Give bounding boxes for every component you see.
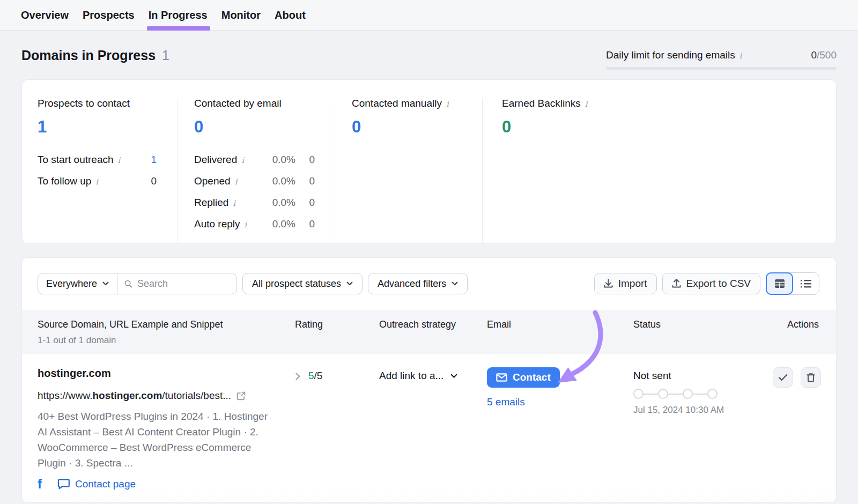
status-text: Not sent [633,367,773,382]
stat-title: Contacted by email [194,98,282,109]
stat-value: 0 [352,117,482,137]
status-cell: Not sent Jul 15, 2024 10:30 AM [633,367,773,491]
facebook-icon[interactable]: f [38,478,42,491]
tab-in-progress[interactable]: In Progress [148,0,208,31]
stat-row-label: Auto reply [194,218,240,230]
tab-monitor[interactable]: Monitor [221,0,261,31]
url-domain: hostinger.com [92,390,162,401]
step-connector [693,394,707,395]
expand-chevron-icon[interactable] [295,372,301,381]
tab-about[interactable]: About [274,0,306,31]
step-dot [633,389,644,399]
external-link-icon[interactable] [236,391,246,401]
url-prefix: https://www. [38,390,92,401]
stat-count: 0 [295,154,315,166]
stat-prospects-to-contact: Prospects to contact 1 To start outreach… [22,98,177,243]
col-header-status: Status [633,319,773,330]
email-cell: Contact 5 emails [487,367,633,491]
tab-overview[interactable]: Overview [20,0,69,31]
chevron-down-icon [450,374,457,379]
page-title: Domains in Progress [21,48,156,63]
daily-limit-progressbar [606,67,837,70]
info-icon[interactable]: i [585,100,588,108]
chevron-down-icon [102,281,109,286]
active-tab-underline [147,26,210,31]
info-icon[interactable]: i [233,199,235,207]
contact-button[interactable]: Contact [487,367,560,388]
import-button[interactable]: Import [594,273,657,294]
stat-pct: 0.0% [263,175,295,187]
export-icon [672,279,681,288]
export-to-csv-button[interactable]: Export to CSV [662,273,760,294]
stat-value: 1 [38,117,177,137]
stat-count: 0 [295,197,315,209]
daily-limit-widget: Daily limit for sending emails i 0/500 [606,48,837,70]
mark-done-button[interactable] [773,367,793,388]
chevron-down-icon [452,281,458,286]
table-result-count: 1-1 out of 1 domain [38,335,819,346]
info-icon[interactable]: i [95,178,98,186]
prospect-statuses-dropdown[interactable]: All prospect statuses [242,273,363,294]
page-head: Domains in Progress 1 Daily limit for se… [21,31,837,79]
export-label: Export to CSV [686,278,751,290]
table-view-button[interactable] [766,272,793,295]
stat-contacted-by-email: Contacted by email 0 Deliveredi 0.0% 0 O… [177,98,336,243]
info-icon[interactable]: i [235,178,238,186]
scope-search-group: Everywhere [38,273,237,294]
tab-label: Prospects [83,9,135,21]
step-dot [658,389,668,399]
rating-value: 5/5 [308,370,322,382]
rating-score: 5 [308,370,314,381]
step-connector [668,394,683,395]
tab-label: Overview [21,9,69,21]
search-input[interactable] [137,278,230,290]
stats-card: Prospects to contact 1 To start outreach… [21,79,837,244]
list-view-button[interactable] [793,273,819,294]
step-dot [683,389,693,399]
status-date: Jul 15, 2024 10:30 AM [633,405,773,416]
domain-name: hostinger.com [38,367,295,380]
stat-title: Contacted manually [352,98,442,109]
daily-limit-label: Daily limit for sending emails [606,49,735,61]
stat-value: 0 [502,117,836,137]
rating-cell: 5/5 [295,367,379,491]
prospect-statuses-value: All prospect statuses [252,278,341,290]
contact-button-label: Contact [513,372,551,383]
url-snippet: 40+ Best WordPress Plugins in 2024 · 1. … [38,409,269,471]
to-start-outreach-count[interactable]: 1 [151,154,157,166]
info-icon[interactable]: i [446,100,449,108]
stat-row-label: Opened [194,175,231,187]
table-row: hostinger.com https://www.hostinger.com/… [22,354,836,491]
step-connector [644,394,658,395]
page-title-count: 1 [162,48,169,63]
stat-value: 0 [194,117,336,137]
advanced-filters-dropdown[interactable]: Advanced filters [368,273,468,294]
col-header-actions: Actions [773,319,819,330]
contact-page-label: Contact page [75,478,136,490]
contact-page-link[interactable]: Contact page [57,478,136,490]
comment-icon [57,479,70,490]
col-header-strategy: Outreach strategy [379,319,487,330]
info-icon[interactable]: i [245,221,247,229]
status-stepper [633,389,773,399]
checkmark-icon [778,374,788,381]
outreach-strategy-dropdown[interactable]: Add link to a... [379,367,487,382]
tab-prospects[interactable]: Prospects [82,0,135,31]
search-scope-dropdown[interactable]: Everywhere [38,273,117,294]
search-box [117,278,236,290]
emails-link[interactable]: 5 emails [487,396,525,408]
rating-max: /5 [314,370,323,381]
search-scope-value: Everywhere [46,278,97,290]
info-icon[interactable]: i [739,52,742,60]
delete-button[interactable] [801,367,821,388]
stat-title: Earned Backlinks [502,98,581,109]
stat-row-label: To start outreach [38,154,114,166]
link-building-in-progress-page: Overview Prospects In Progress Monitor A… [0,0,858,504]
strategy-cell: Add link to a... [379,367,487,491]
to-follow-up-count: 0 [151,175,157,187]
stat-pct: 0.0% [263,197,295,209]
card-bottom-fade [22,491,836,502]
info-icon[interactable]: i [241,157,244,165]
info-icon[interactable]: i [118,157,121,165]
stat-pct: 0.0% [263,154,295,166]
